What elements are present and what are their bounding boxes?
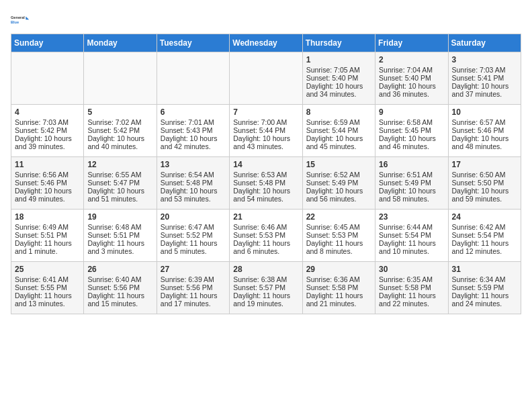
svg-text:General: General xyxy=(11,15,25,19)
day-info-line: Daylight: 11 hours xyxy=(452,291,517,300)
day-info-line: Daylight: 10 hours xyxy=(379,82,444,90)
day-info-line: Sunset: 5:54 PM xyxy=(379,231,444,239)
calendar-cell: 19Sunrise: 6:48 AMSunset: 5:51 PMDayligh… xyxy=(84,210,157,262)
calendar-cell: 4Sunrise: 7:03 AMSunset: 5:42 PMDaylight… xyxy=(11,105,84,157)
day-info-line: and 21 minutes. xyxy=(306,300,371,308)
calendar-cell: 14Sunrise: 6:53 AMSunset: 5:48 PMDayligh… xyxy=(230,157,302,210)
day-info-line: Daylight: 10 hours xyxy=(379,187,444,195)
day-number: 1 xyxy=(306,55,371,64)
day-info-line: Daylight: 11 hours xyxy=(233,239,298,247)
day-info-line: Sunset: 5:49 PM xyxy=(379,179,444,187)
calendar-week-1: 1Sunrise: 7:05 AMSunset: 5:40 PMDaylight… xyxy=(11,52,521,105)
day-info-line: and 1 minute. xyxy=(15,247,80,255)
day-number: 8 xyxy=(306,107,371,117)
day-info-line: Daylight: 10 hours xyxy=(233,187,298,195)
day-info-line: and 19 minutes. xyxy=(233,300,298,308)
day-info-line: Daylight: 11 hours xyxy=(15,291,80,300)
day-number: 4 xyxy=(15,107,80,117)
day-number: 18 xyxy=(15,212,80,222)
day-info-line: and 6 minutes. xyxy=(233,247,298,255)
day-info-line: Sunset: 5:43 PM xyxy=(161,126,226,134)
day-info-line: and 51 minutes. xyxy=(87,195,152,203)
day-info-line: Daylight: 11 hours xyxy=(379,239,444,247)
day-info-line: and 53 minutes. xyxy=(161,195,226,203)
day-info-line: Sunrise: 6:59 AM xyxy=(306,118,371,126)
calendar-cell: 20Sunrise: 6:47 AMSunset: 5:52 PMDayligh… xyxy=(157,210,229,262)
day-number: 24 xyxy=(452,212,517,222)
day-info-line: Sunrise: 6:45 AM xyxy=(306,223,371,231)
day-info-line: and 59 minutes. xyxy=(452,195,517,203)
calendar-cell xyxy=(230,52,302,105)
day-number: 5 xyxy=(87,107,152,117)
day-number: 25 xyxy=(15,265,80,274)
day-info-line: Sunset: 5:46 PM xyxy=(452,126,517,134)
calendar-cell: 2Sunrise: 7:04 AMSunset: 5:40 PMDaylight… xyxy=(375,52,448,105)
day-info-line: Sunset: 5:56 PM xyxy=(161,283,226,291)
day-number: 14 xyxy=(233,160,298,169)
day-number: 19 xyxy=(87,212,152,222)
day-info-line: Sunrise: 7:03 AM xyxy=(15,118,80,126)
calendar-cell: 31Sunrise: 6:34 AMSunset: 5:59 PMDayligh… xyxy=(448,262,521,314)
day-info-line: Sunrise: 6:44 AM xyxy=(379,223,444,231)
day-info-line: Sunset: 5:42 PM xyxy=(87,126,152,134)
day-info-line: Daylight: 10 hours xyxy=(161,187,226,195)
calendar-cell xyxy=(157,52,229,105)
svg-text:Blue: Blue xyxy=(11,20,19,24)
calendar-cell: 22Sunrise: 6:45 AMSunset: 5:53 PMDayligh… xyxy=(302,210,375,262)
logo-icon: GeneralBlue xyxy=(11,11,30,30)
day-number: 3 xyxy=(452,55,517,64)
day-number: 16 xyxy=(379,160,444,169)
day-info-line: Daylight: 10 hours xyxy=(452,82,517,90)
day-info-line: Sunrise: 6:57 AM xyxy=(452,118,517,126)
day-info-line: and 34 minutes. xyxy=(306,90,371,98)
day-info-line: and 46 minutes. xyxy=(379,142,444,150)
calendar-cell: 9Sunrise: 6:58 AMSunset: 5:45 PMDaylight… xyxy=(375,105,448,157)
day-number: 13 xyxy=(161,160,226,169)
calendar-cell: 3Sunrise: 7:03 AMSunset: 5:41 PMDaylight… xyxy=(448,52,521,105)
calendar-cell: 27Sunrise: 6:39 AMSunset: 5:56 PMDayligh… xyxy=(157,262,229,314)
day-info-line: Daylight: 10 hours xyxy=(452,134,517,142)
day-info-line: and 42 minutes. xyxy=(161,142,226,150)
calendar-cell xyxy=(11,52,84,105)
day-info-line: Daylight: 10 hours xyxy=(15,187,80,195)
day-header-monday: Monday xyxy=(84,34,157,52)
calendar-cell: 15Sunrise: 6:52 AMSunset: 5:49 PMDayligh… xyxy=(302,157,375,210)
day-number: 31 xyxy=(452,265,517,274)
day-info-line: Sunset: 5:40 PM xyxy=(379,74,444,82)
day-number: 11 xyxy=(15,160,80,169)
day-number: 7 xyxy=(233,107,298,117)
day-info-line: Sunset: 5:53 PM xyxy=(233,231,298,239)
day-header-sunday: Sunday xyxy=(11,34,84,52)
day-info-line: and 36 minutes. xyxy=(379,90,444,98)
day-info-line: Sunset: 5:46 PM xyxy=(15,179,80,187)
day-info-line: and 58 minutes. xyxy=(379,195,444,203)
day-info-line: Sunrise: 6:48 AM xyxy=(87,223,152,231)
calendar-cell: 21Sunrise: 6:46 AMSunset: 5:53 PMDayligh… xyxy=(230,210,302,262)
day-info-line: Sunset: 5:57 PM xyxy=(233,283,298,291)
day-info-line: Sunrise: 7:04 AM xyxy=(379,66,444,74)
calendar-cell: 24Sunrise: 6:42 AMSunset: 5:54 PMDayligh… xyxy=(448,210,521,262)
day-info-line: Daylight: 10 hours xyxy=(161,134,226,142)
day-info-line: Sunrise: 7:02 AM xyxy=(87,118,152,126)
day-info-line: Daylight: 10 hours xyxy=(452,187,517,195)
day-info-line: and 37 minutes. xyxy=(452,90,517,98)
calendar-cell: 18Sunrise: 6:49 AMSunset: 5:51 PMDayligh… xyxy=(11,210,84,262)
day-header-saturday: Saturday xyxy=(448,34,521,52)
day-info-line: Sunrise: 6:40 AM xyxy=(87,275,152,283)
day-info-line: Sunrise: 7:01 AM xyxy=(161,118,226,126)
day-info-line: Sunset: 5:47 PM xyxy=(87,179,152,187)
day-number: 17 xyxy=(452,160,517,169)
day-header-thursday: Thursday xyxy=(302,34,375,52)
day-info-line: Sunset: 5:45 PM xyxy=(379,126,444,134)
day-info-line: and 56 minutes. xyxy=(306,195,371,203)
day-info-line: and 45 minutes. xyxy=(306,142,371,150)
day-info-line: Sunset: 5:58 PM xyxy=(306,283,371,291)
day-info-line: Sunset: 5:48 PM xyxy=(233,179,298,187)
day-info-line: Sunset: 5:44 PM xyxy=(306,126,371,134)
calendar-week-2: 4Sunrise: 7:03 AMSunset: 5:42 PMDaylight… xyxy=(11,105,521,157)
day-info-line: Daylight: 10 hours xyxy=(15,134,80,142)
calendar-cell: 11Sunrise: 6:56 AMSunset: 5:46 PMDayligh… xyxy=(11,157,84,210)
calendar-cell: 29Sunrise: 6:36 AMSunset: 5:58 PMDayligh… xyxy=(302,262,375,314)
calendar-week-5: 25Sunrise: 6:41 AMSunset: 5:55 PMDayligh… xyxy=(11,262,521,314)
calendar-cell: 30Sunrise: 6:35 AMSunset: 5:58 PMDayligh… xyxy=(375,262,448,314)
